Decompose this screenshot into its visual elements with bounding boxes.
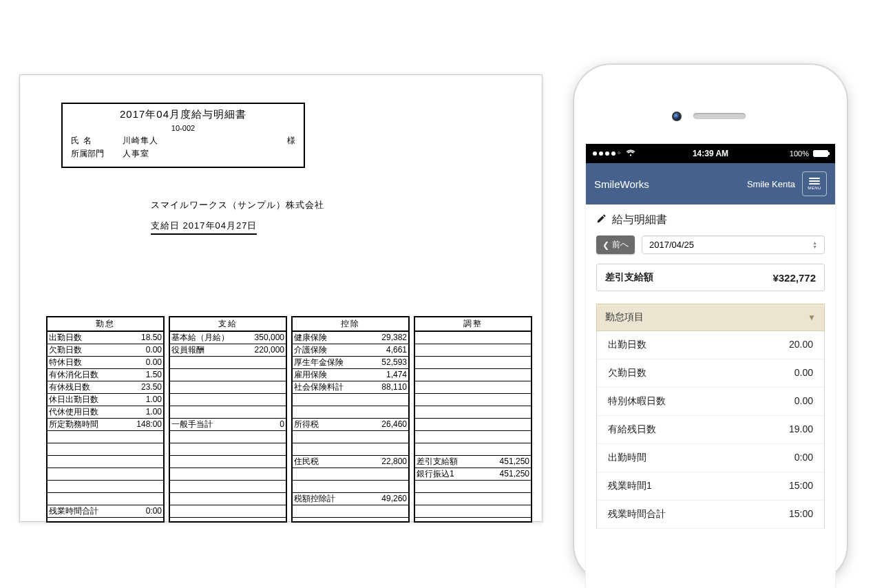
- cell-value: 451,250: [492, 456, 531, 468]
- table-row: 所得税26,460: [293, 419, 408, 431]
- table-row: 欠勤日数0.00: [48, 344, 163, 357]
- table-row: [48, 443, 163, 456]
- cell-value: 18.50: [125, 332, 163, 344]
- cell-value: 23.50: [125, 381, 163, 393]
- table-row: [293, 394, 408, 406]
- cell-label: 厚生年金保険: [293, 357, 370, 368]
- cell-label: 基本給（月給）: [170, 332, 247, 344]
- phone-body: 14:39 AM 100% SmileWorks Smile Kenta MEN…: [573, 63, 848, 583]
- table-row: 銀行振込1451,250: [415, 468, 531, 481]
- table-row: [293, 481, 408, 493]
- menu-button[interactable]: MENU: [802, 171, 827, 196]
- cell-label: 所得税: [293, 419, 370, 430]
- column-body: 基本給（月給）350,000役員報酬220,000 一般手当計0: [169, 332, 287, 523]
- list-item: 有給残日数19.00: [597, 416, 824, 444]
- app-header: SmileWorks Smile Kenta MENU: [586, 163, 835, 204]
- column-header: 調整: [414, 316, 532, 332]
- table-row: [415, 332, 531, 344]
- stepper-icon: ▲▼: [812, 241, 817, 249]
- netpay-value: ¥322,772: [772, 272, 816, 284]
- cell-label: 税額控除計: [293, 493, 370, 505]
- cell-label: 雇用保険: [293, 369, 370, 381]
- cell-value: 220,000: [247, 344, 286, 356]
- cell-value: 0.00: [125, 357, 163, 368]
- status-bar: 14:39 AM 100%: [586, 144, 835, 163]
- page-title: 給与明細書: [596, 213, 825, 227]
- table-row: 基本給（月給）350,000: [170, 332, 286, 344]
- cell-label: 代休使用日数: [48, 406, 125, 418]
- cell-value: 0.00: [125, 344, 163, 356]
- department-name: 人事室: [123, 148, 295, 160]
- item-label: 特別休暇日数: [608, 395, 666, 408]
- netpay-label: 差引支給額: [605, 271, 653, 284]
- netpay-box: 差引支給額 ¥322,772: [596, 264, 825, 291]
- table-row: [170, 505, 286, 518]
- cell-label: 一般手当計: [170, 419, 247, 430]
- pay-date: 支給日 2017年04月27日: [151, 220, 257, 235]
- table-row: [293, 468, 408, 481]
- table-row: 残業時間合計0:00: [48, 505, 163, 518]
- hamburger-icon: [809, 178, 820, 179]
- table-row: 税額控除計49,260: [293, 493, 408, 505]
- item-value: 15:00: [789, 480, 813, 492]
- table-row: [415, 518, 531, 523]
- table-row: [415, 394, 531, 406]
- table-row: [170, 369, 286, 381]
- cell-label: 銀行振込1: [415, 468, 492, 480]
- list-item: 出勤時間0:00: [597, 444, 824, 472]
- table-row: [170, 357, 286, 369]
- date-value: 2017/04/25: [649, 240, 694, 250]
- battery-icon: [813, 150, 828, 157]
- table-row: 所定勤務時間148:00: [48, 419, 163, 431]
- item-value: 15:00: [789, 508, 813, 521]
- column-header: 控除: [291, 316, 410, 332]
- user-name: Smile Kenta: [747, 179, 795, 189]
- cell-value: 22,800: [370, 456, 408, 468]
- name-honorific: 様: [275, 135, 295, 147]
- table-row: [170, 381, 286, 394]
- cell-value: 88,110: [370, 381, 408, 393]
- cell-value: 1.50: [125, 369, 163, 381]
- camera-icon: [672, 112, 682, 121]
- name-label: 氏名: [71, 135, 123, 147]
- table-row: [415, 419, 531, 431]
- table-row: 雇用保険1,474: [293, 369, 408, 381]
- table-row: [170, 443, 286, 456]
- table-row: [170, 481, 286, 493]
- table-row: [293, 505, 408, 518]
- status-time: 14:39 AM: [586, 149, 835, 158]
- chevron-down-icon: ▼: [808, 313, 816, 322]
- cell-label: 介護保険: [293, 344, 370, 356]
- employee-id: 10-002: [71, 123, 295, 134]
- table-row: [415, 381, 531, 394]
- table-row: [170, 406, 286, 419]
- table-row: [170, 431, 286, 443]
- table-row: 差引支給額451,250: [415, 456, 531, 468]
- cell-label: 特休日数: [48, 357, 125, 368]
- table-row: [293, 518, 408, 523]
- cell-label: 役員報酬: [170, 344, 247, 356]
- item-label: 有給残日数: [608, 423, 656, 436]
- cell-value: 1.00: [125, 406, 163, 418]
- table-row: [415, 505, 531, 518]
- cell-value: 451,250: [492, 468, 531, 480]
- cell-label: 住民税: [293, 456, 370, 468]
- list-item: 残業時間合計15:00: [597, 501, 824, 529]
- cell-label: 有休残日数: [48, 381, 125, 393]
- page-title-text: 給与明細書: [612, 213, 667, 227]
- cell-value: 49,260: [370, 493, 408, 505]
- item-value: 20.00: [789, 339, 813, 351]
- pencil-icon: [596, 213, 607, 227]
- prev-button[interactable]: ❮ 前へ: [596, 235, 635, 254]
- cell-value: 148:00: [125, 419, 163, 430]
- employee-name: 川崎隼人: [123, 135, 275, 147]
- table-row: [293, 431, 408, 443]
- payslip-header-box: 2017年04月度給与明細書 10-002 氏名 川崎隼人 様 所属部門 人事室: [61, 103, 305, 168]
- column-header: 勤怠: [46, 316, 165, 332]
- date-select[interactable]: 2017/04/25 ▲▼: [642, 235, 825, 254]
- app-brand: SmileWorks: [594, 178, 649, 190]
- item-label: 残業時間1: [608, 480, 652, 492]
- item-value: 0.00: [794, 367, 813, 379]
- attendance-section-header[interactable]: 勤怠項目 ▼: [596, 304, 825, 331]
- cell-value: 26,460: [370, 419, 408, 430]
